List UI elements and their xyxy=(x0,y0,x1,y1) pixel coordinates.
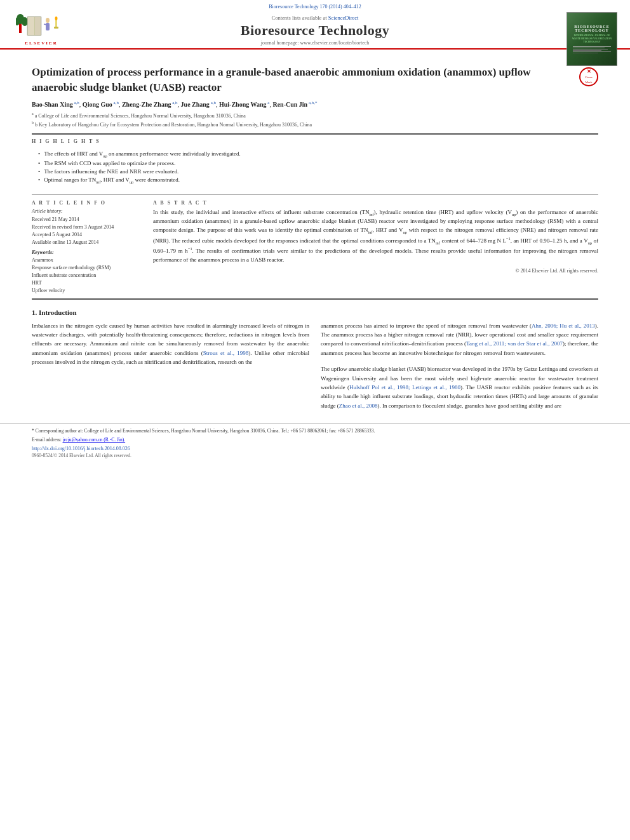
journal-homepage: journal homepage: www.elsevier.com/locat… xyxy=(13,40,617,46)
footer-doi[interactable]: http://dx.doi.org/10.1016/j.biortech.201… xyxy=(32,446,598,451)
keyword-upflow: Upflow velocity xyxy=(32,287,143,295)
keyword-influent: Influent substrate concentration xyxy=(32,272,143,279)
svg-rect-6 xyxy=(35,17,41,35)
ref-strous[interactable]: Strous et al., 1998 xyxy=(203,350,249,356)
keyword-anammox: Anammox xyxy=(32,257,143,264)
intro-para1: Imbalances in the nitrogen cycle caused … xyxy=(32,321,309,367)
bullet-3: • xyxy=(38,168,40,175)
main-content: Optimization of process performance in a… xyxy=(0,50,630,417)
highlight-item-3: • The factors influencing the NRE and NR… xyxy=(38,168,592,175)
section1-title: 1. Introduction xyxy=(32,309,598,316)
affiliation-a: a a College of Life and Environmental Sc… xyxy=(32,111,598,120)
abstract-text: In this study, the individual and intera… xyxy=(153,208,598,265)
svg-rect-12 xyxy=(54,27,58,29)
crossmark-badge: ✕CrossMark xyxy=(579,67,598,86)
highlight-item-4: • Optimal ranges for TNinf, HRT and Vup … xyxy=(38,177,592,184)
body-two-col: Imbalances in the nitrogen cycle caused … xyxy=(32,321,598,411)
footer-email-link[interactable]: jrcju@yahoo.com.cn (R.-C. Jin). xyxy=(63,437,125,443)
highlights-box: • The effects of HRT and Vup on anammox … xyxy=(32,147,598,189)
article-history-label: Article history: xyxy=(32,208,143,214)
keyword-hrt: HRT xyxy=(32,279,143,287)
author-xing: Bao-Shan Xing xyxy=(32,101,73,108)
divider-title xyxy=(32,133,598,135)
article-title-section: Optimization of process performance in a… xyxy=(32,65,598,95)
journal-header-inner: ELSEVIER Contents lists available at Sci… xyxy=(13,12,617,48)
svg-point-7 xyxy=(46,18,50,23)
article-info-label: A R T I C L E I N F O xyxy=(32,200,143,206)
ref-ahn[interactable]: Ahn, 2006; Hu et al., 2013 xyxy=(532,323,595,329)
article-title: Optimization of process performance in a… xyxy=(32,65,573,95)
svg-point-11 xyxy=(55,17,58,20)
bullet-2: • xyxy=(38,160,40,166)
journal-title-center: Contents lists available at ScienceDirec… xyxy=(13,15,617,46)
journal-cover-image: BIORESOURCE TECHNOLOGY INTERNATIONAL JOU… xyxy=(566,12,617,66)
bullet-4: • xyxy=(38,177,40,183)
body-col-left: Imbalances in the nitrogen cycle caused … xyxy=(32,321,309,411)
highlight-text-3: The factors influencing the NRE and NRR … xyxy=(44,168,178,175)
body-col-right: anammox process has aimed to improve the… xyxy=(321,321,598,411)
author-zhang-j-sup: a,b xyxy=(210,100,216,105)
author-zhang-zz: Zheng-Zhe Zhang xyxy=(122,101,171,108)
intro-para3: The upflow anaerobic sludge blanket (UAS… xyxy=(321,364,598,410)
cover-title: BIORESOURCE TECHNOLOGY xyxy=(570,25,614,32)
highlight-item-2: • The RSM with CCD was applied to optimi… xyxy=(38,160,592,166)
received-revised-date: Received in revised form 3 August 2014 xyxy=(32,223,143,230)
author-zhang-zz-sup: a,b xyxy=(171,100,177,105)
highlights-label: H I G H L I G H T S xyxy=(32,138,598,144)
highlight-text-4: Optimal ranges for TNinf, HRT and Vup we… xyxy=(44,177,180,184)
science-direct-anchor[interactable]: ScienceDirect xyxy=(328,15,359,21)
affiliation-b: b b Key Laboratory of Hangzhou City for … xyxy=(32,120,598,129)
footer-email: E-mail address: jrcju@yahoo.com.cn (R.-C… xyxy=(32,436,598,443)
svg-rect-5 xyxy=(28,17,34,35)
author-zhang-j: Jue Zhang xyxy=(181,101,210,108)
footer: * Corresponding author at: College of Li… xyxy=(0,423,630,462)
received-date: Received 21 May 2014 xyxy=(32,216,143,223)
author-guo: Qiong Guo xyxy=(83,101,112,108)
article-info-col: A R T I C L E I N F O Article history: R… xyxy=(32,200,143,295)
keyword-rsm: Response surface methodology (RSM) xyxy=(32,264,143,272)
journal-top-bar: Bioresource Technology 170 (2014) 404–41… xyxy=(13,4,617,10)
elsevier-label: ELSEVIER xyxy=(13,41,70,46)
abstract-col: A B S T R A C T In this study, the indiv… xyxy=(153,200,598,295)
footer-issn: 0960-8524/© 2014 Elsevier Ltd. All right… xyxy=(32,453,598,458)
ref-zhao[interactable]: Zhao et al., 2008 xyxy=(339,403,378,409)
footer-email-label: E-mail address: xyxy=(32,437,62,443)
divider-abstract xyxy=(32,298,598,300)
copyright: © 2014 Elsevier Ltd. All rights reserved… xyxy=(153,268,598,274)
svg-point-2 xyxy=(22,17,28,26)
highlight-item-1: • The effects of HRT and Vup on anammox … xyxy=(38,150,592,158)
author-jin-sup: a,b,* xyxy=(307,100,317,105)
highlight-text-1: The effects of HRT and Vup on anammox pe… xyxy=(44,150,241,158)
highlight-text-2: The RSM with CCD was applied to optimize… xyxy=(44,160,175,166)
science-direct-link: Contents lists available at ScienceDirec… xyxy=(13,15,617,21)
elsevier-logo: ELSEVIER xyxy=(13,8,70,46)
author-jin: Ren-Cun Jin xyxy=(272,101,307,108)
ref-tang[interactable]: Tang et al., 2011; van der Star et al., … xyxy=(466,340,563,347)
page: Bioresource Technology 170 (2014) 404–41… xyxy=(0,0,630,840)
author-xing-sup: a,b xyxy=(73,100,79,105)
available-date: Available online 13 August 2014 xyxy=(32,239,143,246)
svg-rect-8 xyxy=(46,23,50,30)
bullet-1: • xyxy=(38,150,40,157)
journal-name: Bioresource Technology xyxy=(13,22,617,39)
keywords-label: Keywords: xyxy=(32,250,143,255)
abstract-label: A B S T R A C T xyxy=(153,200,598,206)
author-wang: Hui-Zhong Wang xyxy=(219,101,267,108)
author-wang-sup: a xyxy=(267,100,270,105)
divider-highlights xyxy=(32,194,598,195)
crossmark-label: ✕CrossMark xyxy=(585,69,592,84)
intro-para2: anammox process has aimed to improve the… xyxy=(321,321,598,358)
accepted-date: Accepted 5 August 2014 xyxy=(32,231,143,238)
affiliations: a a College of Life and Environmental Sc… xyxy=(32,111,598,128)
cover-subtitle: INTERNATIONAL JOURNAL OF WASTE BIOMASS V… xyxy=(570,34,614,43)
journal-header: Bioresource Technology 170 (2014) 404–41… xyxy=(0,0,630,50)
authors-line: Bao-Shan Xing a,b, Qiong Guo a,b, Zheng-… xyxy=(32,100,598,108)
info-abstract-section: A R T I C L E I N F O Article history: R… xyxy=(32,200,598,295)
footer-corresponding: * Corresponding author at: College of Li… xyxy=(32,427,598,434)
author-guo-sup: a,b xyxy=(112,100,119,105)
ref-hulshoff[interactable]: Hulshoff Pol et al., 1998; Lettinga et a… xyxy=(349,384,460,390)
elsevier-logo-icon xyxy=(16,8,67,38)
